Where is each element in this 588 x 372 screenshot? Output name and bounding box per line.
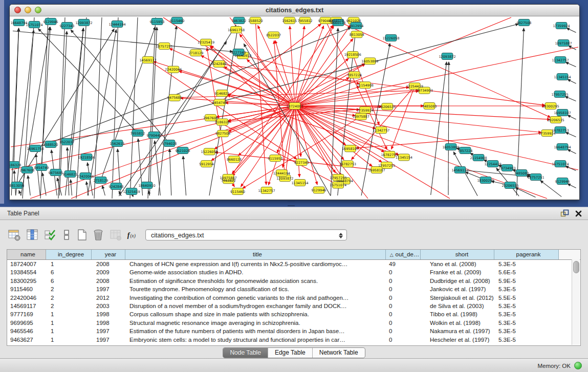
- graph-edge[interactable]: [431, 62, 447, 195]
- cell-in_degree[interactable]: 2: [46, 285, 92, 293]
- cell-year[interactable]: 2008: [92, 277, 125, 285]
- column-header-year[interactable]: year: [92, 250, 125, 259]
- table-row[interactable]: 946554611997Estimation of the future num…: [7, 327, 580, 335]
- graph-edge[interactable]: [36, 154, 40, 195]
- column-header-short[interactable]: short: [421, 250, 494, 259]
- graph-edge[interactable]: [155, 141, 160, 195]
- delete-column-icon[interactable]: [91, 228, 105, 242]
- cell-year[interactable]: 2003: [92, 302, 125, 310]
- graph-edge[interactable]: [19, 190, 21, 195]
- cell-title[interactable]: Tourette syndrome. Phenomenology and cla…: [125, 285, 386, 293]
- graph-edge[interactable]: [568, 115, 576, 119]
- graph-edge[interactable]: [159, 26, 177, 195]
- cell-pagerank[interactable]: 5.3E-5: [494, 327, 559, 335]
- cell-in_degree[interactable]: 2: [46, 294, 92, 302]
- graph-edge[interactable]: [71, 180, 72, 195]
- cell-title[interactable]: Estimation of the future numbers of pati…: [125, 327, 386, 335]
- row-controls-icon[interactable]: [59, 228, 74, 242]
- select-rows-icon[interactable]: [43, 228, 57, 242]
- network-view-canvas[interactable]: 1872400720206535173599241097588711342757…: [10, 16, 579, 200]
- cell-pagerank[interactable]: 5.3E-5: [494, 285, 559, 293]
- cell-short[interactable]: Hescheler et al. (1997): [421, 336, 494, 344]
- graph-edge[interactable]: [565, 62, 576, 67]
- cell-name[interactable]: 19384554: [7, 268, 46, 276]
- cell-out_degree[interactable]: 0: [386, 310, 421, 318]
- cell-short[interactable]: Franke et al. (2009): [421, 268, 494, 276]
- cell-pagerank[interactable]: 5.3E-5: [494, 319, 559, 327]
- cell-year[interactable]: 1997: [92, 327, 125, 335]
- cell-year[interactable]: 2009: [92, 268, 125, 276]
- table-row[interactable]: 1456911722003Disruption of a novel membe…: [7, 302, 580, 310]
- cell-short[interactable]: Wolkin et al. (1998): [421, 319, 494, 327]
- graph-edge-selected[interactable]: [227, 95, 401, 157]
- graph-edge[interactable]: [28, 176, 30, 195]
- cell-name[interactable]: 9699695: [7, 319, 46, 327]
- graph-edge-selected[interactable]: [297, 108, 344, 160]
- table-selector-dropdown[interactable]: citations_edges.txt: [145, 229, 347, 240]
- cell-in_degree[interactable]: 2: [46, 302, 92, 310]
- cell-out_degree[interactable]: 49: [386, 260, 421, 268]
- graph-edge[interactable]: [149, 27, 157, 195]
- create-column-icon[interactable]: [75, 228, 89, 242]
- cell-in_degree[interactable]: 1: [46, 327, 92, 335]
- graph-edge[interactable]: [568, 149, 576, 154]
- graph-edge[interactable]: [565, 96, 576, 101]
- cell-title[interactable]: Estimation of significance thresholds fo…: [125, 277, 386, 285]
- graph-edge-selected[interactable]: [295, 47, 578, 106]
- graph-edge-selected[interactable]: [295, 17, 511, 106]
- panel-splitter-grip[interactable]: [288, 201, 295, 206]
- cell-name[interactable]: 22420046: [7, 294, 46, 302]
- table-row[interactable]: 977716911998Corpus callosum shape and si…: [7, 310, 580, 318]
- graph-edge-selected[interactable]: [298, 86, 360, 105]
- cell-title[interactable]: Embryonic stem cells: a model to study s…: [125, 336, 386, 344]
- column-header-in_degree[interactable]: in_degree: [46, 250, 92, 259]
- graph-edge[interactable]: [112, 17, 118, 199]
- column-header-pagerank[interactable]: pagerank: [494, 250, 559, 259]
- cell-short[interactable]: Stergiakouli et al. (2012): [421, 294, 494, 302]
- cell-name[interactable]: 9465546: [7, 327, 46, 335]
- scrollbar-thumb[interactable]: [573, 261, 579, 273]
- graph-edge-selected[interactable]: [222, 64, 545, 105]
- cell-pagerank[interactable]: 5.5E-5: [494, 294, 559, 302]
- table-row[interactable]: 911546021997Tourette syndrome. Phenomeno…: [7, 285, 580, 293]
- cell-out_degree[interactable]: 0: [386, 285, 421, 293]
- graph-edge-selected[interactable]: [298, 87, 409, 105]
- cell-title[interactable]: Structural magnetic resonance image aver…: [125, 319, 386, 327]
- table-row[interactable]: 1830029562008Estimation of significance …: [7, 277, 580, 285]
- table-row[interactable]: 1872400712008Changes of HCN gene express…: [7, 260, 580, 268]
- graph-edge-selected[interactable]: [295, 109, 301, 157]
- cell-out_degree[interactable]: 0: [386, 319, 421, 327]
- vertical-scrollbar[interactable]: [572, 259, 580, 345]
- cell-pagerank[interactable]: 5.3E-5: [494, 336, 559, 344]
- tab-network-table[interactable]: Network Table: [312, 348, 365, 358]
- graph-edge[interactable]: [515, 188, 536, 198]
- cell-out_degree[interactable]: 0: [386, 294, 421, 302]
- cell-out_degree[interactable]: 0: [386, 327, 421, 335]
- cell-in_degree[interactable]: 6: [46, 277, 92, 285]
- cell-pagerank[interactable]: 5.6E-5: [494, 268, 559, 276]
- cell-title[interactable]: Investigating the contribution of common…: [125, 294, 386, 302]
- graph-edge[interactable]: [71, 28, 83, 171]
- float-window-icon[interactable]: [560, 209, 569, 219]
- graph-edge-selected[interactable]: [180, 98, 292, 106]
- column-header-title[interactable]: title: [125, 250, 386, 259]
- cell-pagerank[interactable]: 5.9E-5: [494, 277, 559, 285]
- cell-out_degree[interactable]: 0: [386, 302, 421, 310]
- cell-year[interactable]: 2008: [92, 260, 125, 268]
- cell-year[interactable]: 1998: [92, 319, 125, 327]
- cell-title[interactable]: Disruption of a novel member of a sodium…: [125, 302, 386, 310]
- graph-edge-selected[interactable]: [339, 21, 551, 117]
- cell-out_degree[interactable]: 0: [386, 336, 421, 344]
- cell-name[interactable]: 18300295: [7, 277, 46, 285]
- graph-edge[interactable]: [568, 184, 576, 188]
- graph-edge[interactable]: [102, 27, 155, 177]
- graph-edge[interactable]: [42, 173, 46, 195]
- tab-node-table[interactable]: Node Table: [223, 348, 268, 358]
- graph-edge[interactable]: [565, 132, 576, 137]
- minimize-window-icon[interactable]: [25, 7, 31, 13]
- cell-out_degree[interactable]: 0: [386, 268, 421, 276]
- cell-short[interactable]: de Silva et al. (2003): [421, 302, 494, 310]
- graph-edge-selected[interactable]: [391, 89, 413, 149]
- graph-edge[interactable]: [38, 29, 136, 131]
- graph-edge[interactable]: [86, 182, 89, 195]
